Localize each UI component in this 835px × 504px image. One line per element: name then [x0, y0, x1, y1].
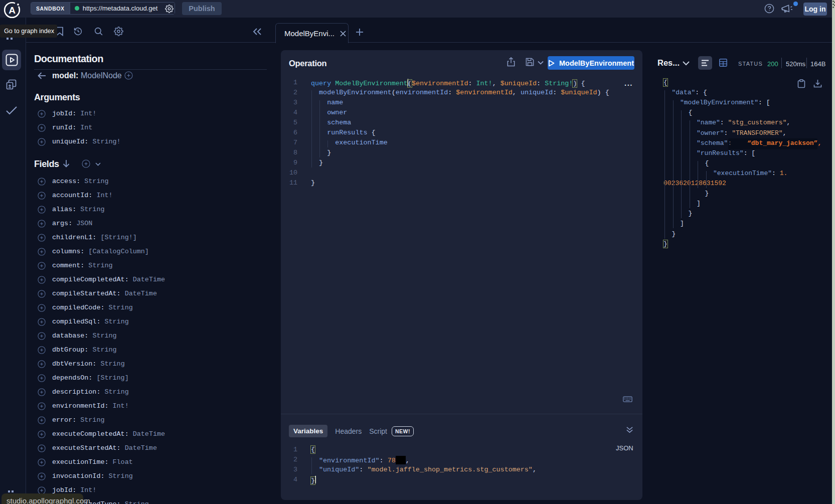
svg-text:A: A	[9, 5, 16, 16]
